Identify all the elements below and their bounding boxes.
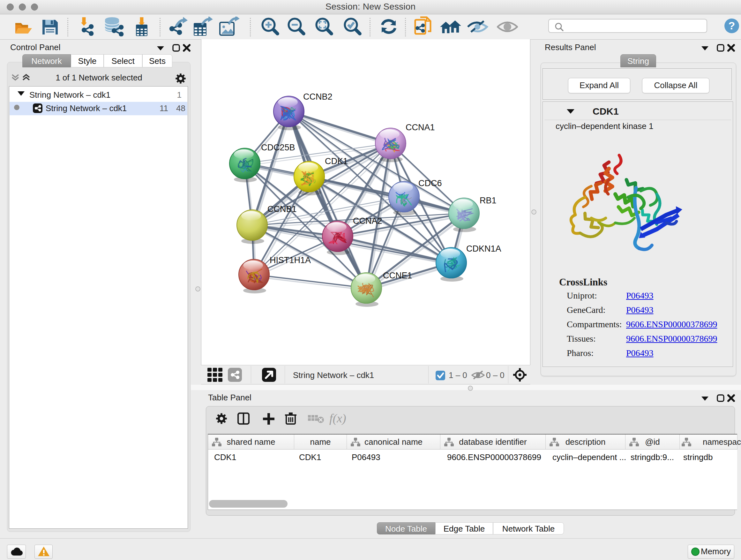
svg-text:CDKN1A: CDKN1A	[466, 244, 501, 253]
svg-text:CCNB1: CCNB1	[267, 204, 297, 214]
svg-text:CDC25B: CDC25B	[261, 143, 295, 152]
svg-text:CCNB2: CCNB2	[303, 92, 333, 102]
svg-text:CDC6: CDC6	[418, 179, 442, 188]
svg-text:CDK1: CDK1	[325, 157, 348, 166]
svg-text:RB1: RB1	[480, 196, 496, 205]
svg-text:HIST1H1A: HIST1H1A	[270, 255, 311, 265]
svg-text:?: ?	[729, 19, 735, 32]
svg-text:CCNA1: CCNA1	[406, 123, 435, 132]
svg-text:CCNA2: CCNA2	[353, 216, 382, 226]
svg-text:CCNE1: CCNE1	[383, 271, 412, 280]
